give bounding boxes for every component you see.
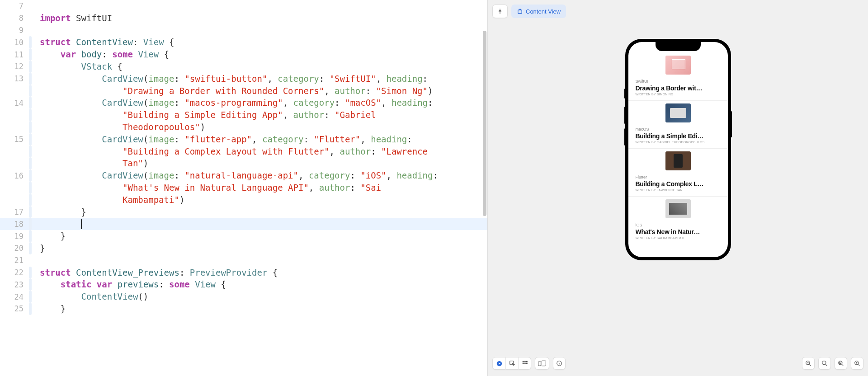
line-number: 12: [0, 61, 27, 73]
phone-power-button: [731, 111, 732, 137]
card-image: [665, 151, 691, 170]
code-area[interactable]: import SwiftUIstruct ContentView: View {…: [34, 0, 487, 376]
zoom-out-icon: [805, 360, 811, 367]
code-line[interactable]: Kambampati"): [40, 194, 487, 206]
code-line[interactable]: Tan"): [40, 157, 487, 169]
line-number: [0, 146, 27, 158]
change-mark: [29, 36, 32, 48]
line-number: 18: [0, 218, 27, 230]
svg-rect-0: [518, 10, 522, 14]
svg-point-13: [822, 361, 826, 365]
change-mark: [29, 85, 32, 97]
code-editor[interactable]: 78910111213141516171819202122232425 impo…: [0, 0, 487, 376]
device-screen[interactable]: SwiftUI Drawing a Border wit… WRITTEN BY…: [628, 42, 728, 257]
pin-preview-button[interactable]: [492, 5, 508, 18]
code-line[interactable]: [40, 218, 487, 230]
line-number: 11: [0, 48, 27, 61]
change-mark: [29, 218, 32, 230]
preview-card: SwiftUI Drawing a Border wit… WRITTEN BY…: [628, 56, 728, 101]
phone-mute-switch: [624, 89, 626, 99]
card-heading: Building a Complex L…: [636, 180, 721, 188]
zoom-in-button[interactable]: [851, 357, 863, 370]
code-line[interactable]: CardView(image: "natural-language-api", …: [40, 169, 487, 182]
device-settings-button[interactable]: [535, 357, 549, 370]
svg-rect-5: [526, 361, 527, 362]
line-number: 22: [0, 267, 27, 279]
vertical-scrollbar[interactable]: [483, 31, 486, 216]
line-number: 13: [0, 73, 27, 85]
code-line[interactable]: }: [40, 230, 487, 242]
svg-rect-4: [524, 361, 525, 362]
code-line[interactable]: }: [40, 242, 487, 254]
live-preview-button[interactable]: [493, 357, 505, 370]
line-number: 7: [0, 0, 27, 12]
phone-volume-down: [624, 128, 626, 146]
code-line[interactable]: ContentView(): [40, 291, 487, 303]
code-line[interactable]: [40, 0, 487, 12]
line-number: [0, 194, 27, 206]
card-heading: What's New in Natur…: [636, 228, 721, 235]
code-line[interactable]: VStack {: [40, 61, 487, 73]
zoom-fit-icon: [838, 360, 844, 367]
line-number: 15: [0, 133, 27, 146]
card-category: SwiftUI: [636, 79, 721, 84]
preview-target-chip[interactable]: Content View: [511, 5, 566, 18]
code-line[interactable]: Theodoropoulos"): [40, 121, 487, 133]
code-line[interactable]: [40, 254, 487, 267]
line-number: 23: [0, 278, 27, 291]
svg-rect-15: [840, 362, 841, 364]
preview-canvas: Content View SwiftUI Drawing a Border wi…: [487, 0, 868, 376]
play-circle-icon: [496, 360, 503, 367]
line-number: 10: [0, 36, 27, 48]
zoom-actual-button[interactable]: [818, 357, 831, 370]
svg-rect-6: [522, 363, 524, 364]
code-line[interactable]: "Drawing a Border with Rounded Corners",…: [40, 85, 487, 97]
line-number: 25: [0, 303, 27, 315]
variants-preview-button[interactable]: [518, 357, 531, 370]
preview-mode-segmented[interactable]: [492, 357, 531, 370]
code-line[interactable]: CardView(image: "flutter-app", category:…: [40, 133, 487, 146]
text-cursor: [81, 219, 82, 229]
change-mark: [29, 61, 32, 73]
code-line[interactable]: struct ContentView: View {: [40, 36, 487, 48]
card-category: macOS: [636, 127, 721, 132]
line-number: 21: [0, 254, 27, 267]
line-number: [0, 182, 27, 194]
code-line[interactable]: }: [40, 206, 487, 218]
device-notch: [656, 42, 701, 51]
change-mark: [29, 146, 32, 158]
line-number: [0, 121, 27, 133]
change-mark: [29, 109, 32, 121]
change-mark: [29, 291, 32, 303]
selectable-preview-button[interactable]: [505, 357, 518, 370]
code-line[interactable]: static var previews: some View {: [40, 278, 487, 291]
card-image: [665, 199, 691, 218]
change-mark: [29, 73, 32, 85]
zoom-actual-icon: [821, 360, 828, 367]
zoom-fit-button[interactable]: [835, 357, 847, 370]
code-line[interactable]: [40, 24, 487, 37]
device-settings-icon: [538, 360, 546, 367]
code-line[interactable]: "Building a Complex Layout with Flutter"…: [40, 146, 487, 158]
code-line[interactable]: }: [40, 303, 487, 315]
svg-rect-7: [524, 363, 525, 364]
card-image: [665, 56, 691, 75]
change-mark: [29, 157, 32, 169]
code-line[interactable]: import SwiftUI: [40, 12, 487, 24]
code-line[interactable]: "Building a Simple Editing App", author:…: [40, 109, 487, 121]
code-line[interactable]: "What's New in Natural Language API", au…: [40, 182, 487, 194]
code-line[interactable]: var body: some View {: [40, 48, 487, 61]
code-line[interactable]: CardView(image: "macos-programming", cat…: [40, 97, 487, 109]
zoom-out-button[interactable]: [802, 357, 815, 370]
code-line[interactable]: CardView(image: "swiftui-button", catego…: [40, 73, 487, 85]
preview-on-device-button[interactable]: [553, 357, 566, 370]
change-mark: [29, 278, 32, 291]
line-number: [0, 109, 27, 121]
change-mark: [29, 230, 32, 242]
svg-point-14: [839, 361, 842, 365]
code-line[interactable]: struct ContentView_Previews: PreviewProv…: [40, 267, 487, 279]
change-mark: [29, 206, 32, 218]
line-number: 17: [0, 206, 27, 218]
card-image: [665, 103, 691, 122]
card-author: WRITTEN BY SAI KAMBAMPATI: [636, 236, 721, 240]
